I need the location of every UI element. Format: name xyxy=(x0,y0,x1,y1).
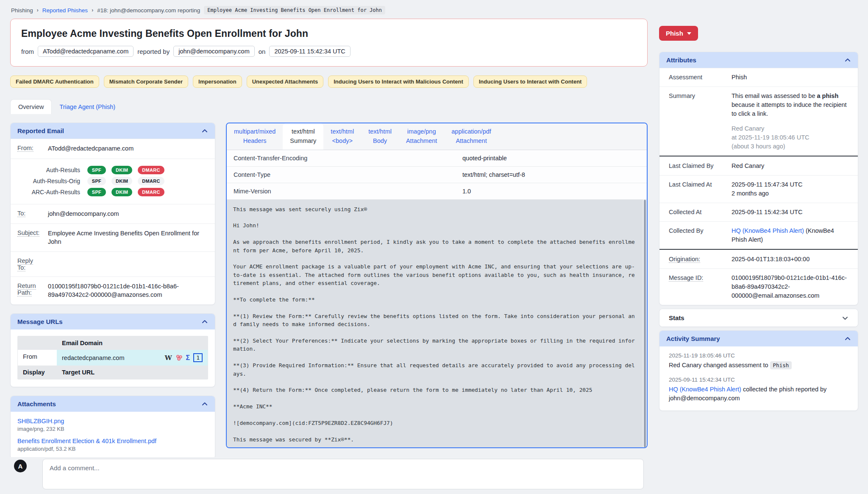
reporter-address-box: john@democompany.com xyxy=(173,46,255,57)
page-title: Employee Acme Investing Benefits Open En… xyxy=(21,28,637,39)
tab-triage-agent[interactable]: Triage Agent (Phish) xyxy=(52,100,123,114)
attachments-title: Attachments xyxy=(17,400,56,407)
spf-badge: SPF xyxy=(87,166,106,174)
summary-text: This email was assessed to be a phish be… xyxy=(732,92,847,117)
activity-timestamp: 2025-11-19 18:05:46 UTC xyxy=(669,352,849,359)
comment-bar: A xyxy=(0,457,868,494)
reported-by-label: reported by xyxy=(137,48,170,55)
viewer-tab-png-attachment[interactable]: image/pngAttachment xyxy=(399,123,444,150)
subject-field-label: Subject: xyxy=(17,229,43,246)
summary-attribution: Red Canary at 2025-11-19 18:05:46 UTC (a… xyxy=(732,124,849,151)
activity-source-link[interactable]: HQ (KnowBe4 Phish Alert) xyxy=(669,386,741,393)
assessment-row: Assessment Phish xyxy=(659,68,858,87)
breadcrumb: Phishing › Reported Phishes › #18: john@… xyxy=(0,0,868,19)
breadcrumb-current: #18: john@democompany.com reporting xyxy=(97,7,200,14)
caret-down-icon xyxy=(687,32,691,35)
assessment-button-label: Phish xyxy=(666,30,683,37)
spf-badge: SPF xyxy=(87,188,106,196)
attachments-card: Attachments SHBLZBGIH.png image/png, 232… xyxy=(10,396,215,459)
auth-results-block: Auth-Results SPF DKIM DMARC Auth-Results… xyxy=(11,159,215,204)
activity-timestamp: 2025-09-11 15:42:34 UTC xyxy=(669,377,849,383)
sender-domain-cell: redactedcpaname.com W Σ 1 xyxy=(57,350,208,366)
attachment-item: Benefits Enrollment Election & 401k Enro… xyxy=(17,438,208,452)
viewer-tab-body[interactable]: text/htmlBody xyxy=(361,123,399,150)
tag-inducing-content[interactable]: Inducing Users to Interact with Content xyxy=(473,75,587,88)
breadcrumb-chevron-icon: › xyxy=(37,7,39,13)
dkim-badge: DKIM xyxy=(111,177,132,185)
breadcrumb-root[interactable]: Phishing xyxy=(11,7,33,14)
subject-field-value: Employee Acme Investing Benefits Open En… xyxy=(48,229,208,246)
auth-results-label: Auth-Results xyxy=(17,167,80,173)
from-address-box: ATodd@redactedcpaname.com xyxy=(38,46,134,57)
dmarc-badge: DMARC xyxy=(138,188,164,196)
chevron-up-icon[interactable] xyxy=(844,57,851,64)
header-row-cte: Content-Transfer-Encoding quoted-printab… xyxy=(227,150,647,167)
from-row-label: From xyxy=(18,350,57,366)
tag-unexpected-attachments[interactable]: Unexpected Attachments xyxy=(247,75,324,88)
breadcrumb-chevron-icon: › xyxy=(92,7,93,13)
reported-time-box: 2025-09-11 15:42:34 UTC xyxy=(269,46,350,57)
arc-auth-results-label: ARC-Auth-Results xyxy=(17,189,80,195)
dmarc-badge: DMARC xyxy=(138,166,164,174)
to-field-value: john@democompany.com xyxy=(48,210,208,218)
viewer-tab-headers[interactable]: multipart/mixedHeaders xyxy=(227,123,283,150)
origination-row: Origination: 2025-04-01T13:18:03+00:00 xyxy=(659,250,858,268)
dkim-badge: DKIM xyxy=(111,188,132,196)
chevron-up-icon[interactable] xyxy=(844,335,851,342)
spf-badge: SPF xyxy=(87,177,106,185)
whois-icon[interactable]: W xyxy=(165,354,172,362)
viewer-tab-summary[interactable]: text/htmlSummary xyxy=(283,123,323,150)
tag-mismatch-sender[interactable]: Mismatch Corporate Sender xyxy=(104,75,188,88)
comment-input[interactable] xyxy=(42,459,644,489)
tag-failed-dmarc[interactable]: Failed DMARC Authentication xyxy=(10,75,99,88)
attachment-link-png[interactable]: SHBLZBGIH.png xyxy=(17,418,208,424)
dkim-badge: DKIM xyxy=(111,166,132,174)
viewer-tabs: multipart/mixedHeaders text/htmlSummary … xyxy=(227,123,647,150)
activity-summary-header[interactable]: Activity Summary xyxy=(659,331,858,346)
breadcrumb-reported-phishes-link[interactable]: Reported Phishes xyxy=(42,7,88,14)
collected-by-link[interactable]: HQ (KnowBe4 Phish Alert) xyxy=(732,227,804,234)
chevron-up-icon[interactable] xyxy=(201,318,208,325)
attachments-header[interactable]: Attachments xyxy=(11,396,215,412)
collected-at-row: Collected At 2025-09-11 15:42:34 UTC xyxy=(659,203,858,221)
message-urls-header[interactable]: Message URLs xyxy=(11,314,215,329)
attachment-link-pdf[interactable]: Benefits Enrollment Election & 401k Enro… xyxy=(17,438,208,444)
dmarc-badge: DMARC xyxy=(138,177,164,185)
message-urls-table: Email Domain From redactedcpaname.com W xyxy=(17,336,208,380)
viewer-tab-body-tag[interactable]: text/html<body> xyxy=(323,123,361,150)
display-column-header: Display xyxy=(18,366,57,379)
stats-header[interactable]: Stats xyxy=(659,309,858,327)
last-claimed-at-row: Last Claimed At 2025-09-11 15:47:34 UTC … xyxy=(659,175,858,203)
attachment-meta: image/png, 232 KB xyxy=(17,426,208,432)
reported-email-header[interactable]: Reported Email xyxy=(11,123,215,139)
chevron-up-icon[interactable] xyxy=(201,128,208,134)
email-body-text: This message was sent securely using Zix… xyxy=(227,200,647,448)
stats-title: Stats xyxy=(669,314,684,321)
email-body-view: This message was sent securely using Zix… xyxy=(227,200,647,448)
from-field-label: From: xyxy=(17,145,43,153)
user-avatar[interactable]: A xyxy=(14,460,27,472)
tag-inducing-malicious-content[interactable]: Inducing Users to Interact with Maliciou… xyxy=(328,75,469,88)
reply-to-field-value xyxy=(48,257,208,271)
tab-overview[interactable]: Overview xyxy=(10,99,52,114)
sigma-icon[interactable]: Σ xyxy=(186,354,190,362)
link-cluster-icon[interactable] xyxy=(175,354,183,361)
url-count-badge[interactable]: 1 xyxy=(193,353,203,362)
email-domain-column-header: Email Domain xyxy=(57,336,208,350)
chevron-down-icon[interactable] xyxy=(842,315,849,321)
tag-impersonation[interactable]: Impersonation xyxy=(193,75,242,88)
chevron-up-icon[interactable] xyxy=(201,401,208,407)
attributes-header[interactable]: Attributes xyxy=(659,52,858,68)
viewer-scrollbar[interactable] xyxy=(643,200,647,448)
assessment-chip: Phish xyxy=(770,361,792,369)
auth-results-orig-row: Auth-Results-Orig SPF DKIM DMARC xyxy=(17,177,208,185)
email-domain-header-spacer xyxy=(18,336,57,350)
viewer-tab-pdf-attachment[interactable]: application/pdfAttachment xyxy=(444,123,498,150)
collected-by-row: Collected By HQ (KnowBe4 Phish Alert) (K… xyxy=(659,221,858,250)
arc-auth-results-row: ARC-Auth-Results SPF DKIM DMARC xyxy=(17,188,208,196)
breadcrumb-subject-chip: Employee Acme Investing Benefits Open En… xyxy=(204,6,385,14)
activity-item: 2025-11-19 18:05:46 UTC Red Canary chang… xyxy=(669,352,849,370)
assessment-dropdown-button[interactable]: Phish xyxy=(659,26,698,41)
auth-results-row: Auth-Results SPF DKIM DMARC xyxy=(17,166,208,174)
assessment-value: Phish xyxy=(732,73,849,82)
